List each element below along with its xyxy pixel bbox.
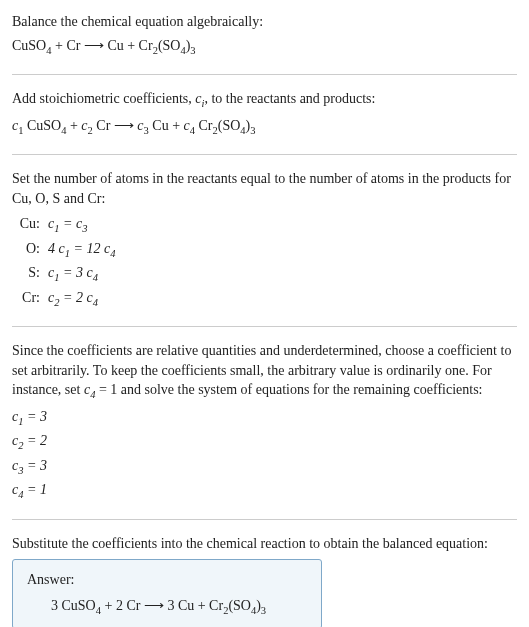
table-row: Cu: c1 = c3 <box>16 214 517 236</box>
answer-label: Answer: <box>27 570 307 590</box>
step3-text: Set the number of atoms in the reactants… <box>12 169 517 208</box>
balance-equation: c1 = c3 <box>48 214 87 236</box>
table-row: Cr: c2 = 2 c4 <box>16 288 517 310</box>
coefficient-solutions: c1 = 3 c2 = 2 c3 = 3 c4 = 1 <box>12 407 517 503</box>
step4-section: Since the coefficients are relative quan… <box>12 341 517 503</box>
divider <box>12 74 517 75</box>
coeff-item: c2 = 2 <box>12 431 517 453</box>
step4-text: Since the coefficients are relative quan… <box>12 341 517 403</box>
atom-balance-table: Cu: c1 = c3 O: 4 c1 = 12 c4 S: c1 = 3 c4… <box>16 214 517 310</box>
divider <box>12 154 517 155</box>
element-label: O: <box>16 239 48 259</box>
table-row: O: 4 c1 = 12 c4 <box>16 239 517 261</box>
intro-text: Balance the chemical equation algebraica… <box>12 12 517 32</box>
divider <box>12 519 517 520</box>
balance-equation: c1 = 3 c4 <box>48 263 98 285</box>
balance-equation: 4 c1 = 12 c4 <box>48 239 115 261</box>
step5-text: Substitute the coefficients into the che… <box>12 534 517 554</box>
step2-section: Add stoichiometric coefficients, ci, to … <box>12 89 517 138</box>
table-row: S: c1 = 3 c4 <box>16 263 517 285</box>
step3-section: Set the number of atoms in the reactants… <box>12 169 517 310</box>
element-label: Cu: <box>16 214 48 234</box>
coeff-item: c3 = 3 <box>12 456 517 478</box>
coeff-item: c4 = 1 <box>12 480 517 502</box>
step2-part1: Add stoichiometric coefficients, <box>12 91 195 106</box>
divider <box>12 326 517 327</box>
answer-box: Answer: 3 CuSO4 + 2 Cr ⟶ 3 Cu + Cr2(SO4)… <box>12 559 322 627</box>
coefficient-equation: c1 CuSO4 + c2 Cr ⟶ c3 Cu + c4 Cr2(SO4)3 <box>12 116 517 138</box>
coeff-item: c1 = 3 <box>12 407 517 429</box>
element-label: Cr: <box>16 288 48 308</box>
intro-section: Balance the chemical equation algebraica… <box>12 12 517 58</box>
element-label: S: <box>16 263 48 283</box>
step2-text: Add stoichiometric coefficients, ci, to … <box>12 89 517 111</box>
balanced-equation: 3 CuSO4 + 2 Cr ⟶ 3 Cu + Cr2(SO4)3 <box>27 596 307 618</box>
c4-var: c4 <box>84 382 95 397</box>
balance-equation: c2 = 2 c4 <box>48 288 98 310</box>
step5-section: Substitute the coefficients into the che… <box>12 534 517 627</box>
unbalanced-equation: CuSO4 + Cr ⟶ Cu + Cr2(SO4)3 <box>12 36 517 58</box>
step4-part2: = 1 and solve the system of equations fo… <box>95 382 482 397</box>
step2-part2: , to the reactants and products: <box>204 91 375 106</box>
